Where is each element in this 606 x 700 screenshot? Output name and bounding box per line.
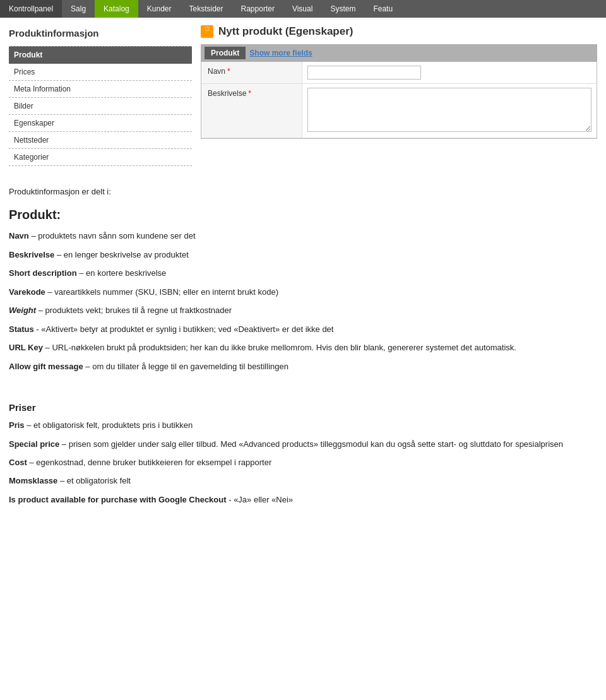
product-icon: [201, 25, 213, 38]
top-navigation: Kontrollpanel Salg Katalog Kunder Teksts…: [0, 0, 606, 18]
sidebar-title: Produktinformasjon: [9, 25, 192, 41]
form-field-navn: [302, 62, 597, 83]
sidebar-item-prices[interactable]: Prices: [9, 64, 192, 81]
body-item-short-description: Short description – en kortere beskrivel…: [9, 266, 597, 280]
body-text-section: Produktinformasjon er delt i: Produkt: N…: [0, 174, 606, 520]
body-item-pris: Pris – et obligatorisk felt, produktets …: [9, 418, 597, 432]
sidebar-item-egenskaper[interactable]: Egenskaper: [9, 115, 192, 132]
intro-text: Produktinformasjon er delt i:: [9, 185, 597, 198]
show-more-fields-link[interactable]: Show more fields: [249, 49, 312, 57]
nav-item-visual[interactable]: Visual: [283, 0, 321, 18]
nav-item-rapporter[interactable]: Rapporter: [232, 0, 283, 18]
nav-item-featu[interactable]: Featu: [364, 0, 401, 18]
body-item-cost: Cost – egenkostnad, denne bruker butikke…: [9, 456, 597, 469]
panel-title: Nytt produkt (Egenskaper): [218, 25, 353, 38]
body-item-urlkey: URL Key – URL-nøkkelen brukt på produkts…: [9, 341, 597, 354]
nav-item-kontrollpanel[interactable]: Kontrollpanel: [0, 0, 62, 18]
tab-bar: Produkt Show more fields: [201, 44, 597, 62]
panel-heading: Nytt produkt (Egenskaper): [201, 25, 597, 38]
sidebar-item-bilder[interactable]: Bilder: [9, 98, 192, 115]
form-label-beskrivelse: Beskrivelse *: [201, 84, 302, 138]
nav-item-salg[interactable]: Salg: [62, 0, 95, 18]
body-item-allow-gift: Allow gift message – om du tillater å le…: [9, 360, 597, 373]
section-heading-priser: Priser: [9, 400, 597, 416]
sidebar-item-kategorier[interactable]: Kategorier: [9, 149, 192, 166]
tab-produkt[interactable]: Produkt: [205, 47, 246, 59]
required-indicator-beskrivelse: *: [248, 89, 251, 98]
body-item-status: Status - «Aktivert» betyr at produktet e…: [9, 323, 597, 336]
sidebar-item-produkt[interactable]: Produkt: [9, 46, 192, 64]
body-item-varekode: Varekode – vareartikkels nummer (SKU, IS…: [9, 285, 597, 299]
section-heading-produkt: Produkt:: [9, 205, 597, 225]
nav-item-katalog[interactable]: Katalog: [95, 0, 138, 18]
beskrivelse-textarea[interactable]: [307, 88, 591, 132]
sidebar-item-meta-information[interactable]: Meta Information: [9, 81, 192, 98]
nav-item-kunder[interactable]: Kunder: [138, 0, 181, 18]
body-item-special-price: Special price – prisen som gjelder under…: [9, 437, 597, 451]
body-item-navn: Navn – produktets navn sånn som kundene …: [9, 229, 597, 242]
nav-item-system[interactable]: System: [321, 0, 364, 18]
form-label-navn: Navn *: [201, 62, 302, 83]
navn-input[interactable]: [307, 66, 421, 80]
nav-item-tekstsider[interactable]: Tekstsider: [181, 0, 232, 18]
body-item-beskrivelse: Beskrivelse – en lenger beskrivelse av p…: [9, 248, 597, 261]
required-indicator-navn: *: [227, 67, 230, 76]
form-row-beskrivelse: Beskrivelse *: [201, 84, 597, 138]
form-row-navn: Navn *: [201, 62, 597, 84]
form-field-beskrivelse: [302, 84, 597, 138]
body-item-momsklasse: Momsklasse – et obligatorisk felt: [9, 474, 597, 487]
right-panel: Nytt produkt (Egenskaper) Produkt Show m…: [201, 25, 597, 166]
svg-rect-1: [205, 27, 209, 30]
main-area: Produktinformasjon Produkt Prices Meta I…: [0, 18, 606, 174]
sidebar: Produktinformasjon Produkt Prices Meta I…: [9, 25, 192, 166]
sidebar-item-nettsteder[interactable]: Nettsteder: [9, 132, 192, 149]
body-item-weight: Weight – produktets vekt; brukes til å r…: [9, 304, 597, 317]
product-form: Navn * Beskrivelse *: [201, 62, 597, 139]
body-item-google-checkout: Is product available for purchase with G…: [9, 493, 597, 506]
